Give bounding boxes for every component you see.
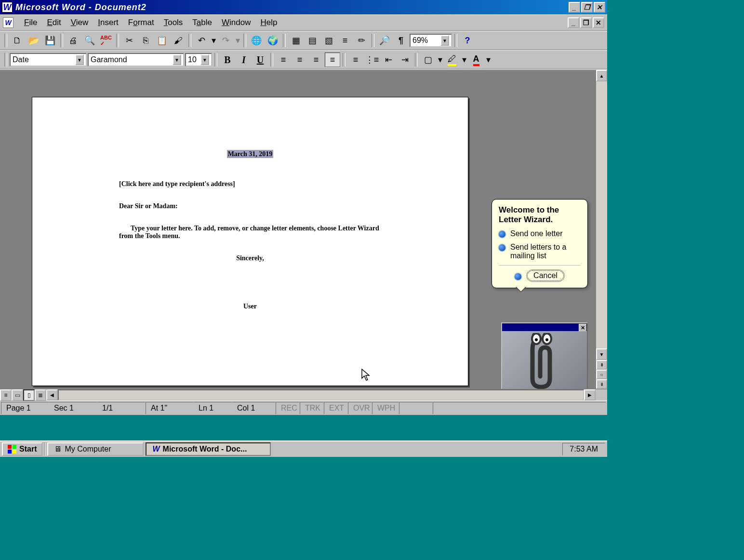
help-button[interactable]: ? [460,33,475,48]
status-rec[interactable]: REC [276,402,300,414]
document-icon[interactable]: W [3,17,13,28]
letter-body[interactable]: Type your letter here. To add, remove, o… [119,225,381,240]
menu-window[interactable]: Window [217,16,255,29]
status-ovr[interactable]: OVR [348,402,372,414]
scroll-down-button[interactable]: ▼ [596,348,607,360]
spellcheck-button[interactable]: ABC✓ [98,33,114,48]
outline-view-button[interactable]: ≣ [35,389,46,401]
paste-button[interactable]: 📋 [154,33,170,48]
drawing-button[interactable]: ✏ [354,33,369,48]
web-toolbar-button[interactable]: 🌍 [265,33,280,48]
cancel-button[interactable]: Cancel [526,269,565,282]
menu-format[interactable]: Format [123,16,159,29]
browse-object-button[interactable]: ○ [596,370,607,379]
redo-dropdown[interactable]: ▾ [234,33,241,48]
online-layout-view-button[interactable]: ▭ [12,389,23,401]
start-button[interactable]: Start [2,442,42,456]
tables-borders-button[interactable]: ▦ [288,33,304,48]
bulleted-list-button[interactable]: ⋮≡ [364,53,380,67]
align-left-button[interactable]: ≡ [276,53,291,67]
menu-help[interactable]: Help [255,16,282,29]
scroll-track[interactable] [596,81,607,348]
task-my-computer[interactable]: 🖥 My Computer [47,442,144,456]
style-combo[interactable]: Date ▼ [10,53,87,67]
doc-close-button[interactable]: ✕ [593,17,604,28]
page[interactable]: March 31, 2019 [Click here and type reci… [32,97,468,386]
align-right-button[interactable]: ≡ [308,53,324,67]
columns-button[interactable]: ≡ [337,33,353,48]
assistant-titlebar[interactable] [502,323,587,331]
scroll-left-button[interactable]: ◀ [46,389,58,400]
menu-view[interactable]: View [66,16,93,29]
highlight-button[interactable]: 🖊 [444,53,460,67]
italic-button[interactable]: I [236,53,252,67]
task-word[interactable]: W Microsoft Word - Doc... [146,442,271,456]
chevron-down-icon[interactable]: ▼ [200,54,209,65]
cut-button[interactable]: ✂ [121,33,137,48]
bold-button[interactable]: B [220,53,235,67]
closing[interactable]: Sincerely, [119,254,381,262]
menu-table[interactable]: Table [187,16,217,29]
normal-view-button[interactable]: ≡ [0,389,12,401]
chevron-down-icon[interactable]: ▼ [75,54,84,65]
save-button[interactable]: 💾 [42,33,58,48]
page-layout-view-button[interactable]: ▯ [23,389,35,401]
chevron-down-icon[interactable]: ▼ [440,35,449,46]
office-assistant[interactable]: ✕ [501,322,588,389]
font-size-combo[interactable]: 10 ▼ [185,53,212,67]
highlight-dropdown[interactable]: ▾ [461,53,467,67]
decrease-indent-button[interactable]: ⇤ [381,53,396,67]
chevron-down-icon[interactable]: ▼ [173,54,181,65]
new-doc-button[interactable]: 🗋 [10,33,25,48]
vertical-scrollbar[interactable]: ▲ ▼ ⇞ ○ ⇟ [596,70,607,389]
print-preview-button[interactable]: 🔍 [82,33,97,48]
zoom-combo[interactable]: 69% ▼ [410,34,452,47]
insert-table-button[interactable]: ▤ [305,33,320,48]
prev-page-button[interactable]: ⇞ [596,360,607,370]
copy-button[interactable]: ⎘ [138,33,153,48]
minimize-button[interactable]: _ [569,2,580,13]
scroll-up-button[interactable]: ▲ [596,70,607,81]
font-combo[interactable]: Garamond ▼ [88,53,184,67]
status-ext[interactable]: EXT [324,402,348,414]
system-clock[interactable]: 7:53 AM [562,443,605,455]
menu-file[interactable]: File [19,16,42,29]
scroll-right-button[interactable]: ▶ [584,389,596,400]
option-send-one-letter[interactable]: Send one letter [499,229,581,238]
maximize-button[interactable]: ❐ [581,2,593,13]
h-scroll-track[interactable] [58,389,584,400]
hyperlink-button[interactable]: 🌐 [249,33,264,48]
redo-button[interactable]: ↷ [218,33,233,48]
date-field[interactable]: March 31, 2019 [119,150,381,158]
increase-indent-button[interactable]: ⇥ [397,53,412,67]
font-color-button[interactable]: A [468,53,484,67]
option-send-mailing-list[interactable]: Send letters to a mailing list [499,243,581,260]
status-wph[interactable]: WPH [372,402,399,414]
next-page-button[interactable]: ⇟ [596,379,607,389]
undo-dropdown[interactable]: ▾ [210,33,217,48]
align-center-button[interactable]: ≡ [292,53,307,67]
format-painter-button[interactable]: 🖌 [171,33,186,48]
borders-dropdown[interactable]: ▾ [437,53,443,67]
signature[interactable]: User [119,303,381,310]
open-button[interactable]: 📂 [26,33,41,48]
excel-button[interactable]: ▧ [321,33,336,48]
show-paragraph-button[interactable]: ¶ [393,33,409,48]
status-trk[interactable]: TRK [300,402,324,414]
numbered-list-button[interactable]: ≡ [348,53,363,67]
menu-insert[interactable]: Insert [93,16,123,29]
justify-button[interactable]: ≡ [325,53,340,67]
assistant-close-button[interactable]: ✕ [579,324,586,332]
print-button[interactable]: 🖨 [66,33,81,48]
underline-button[interactable]: U [252,53,268,67]
menu-tools[interactable]: Tools [159,16,188,29]
doc-restore-button[interactable]: ❐ [580,17,592,28]
doc-minimize-button[interactable]: _ [568,17,579,28]
recipient-address-placeholder[interactable]: [Click here and type recipient's address… [119,180,381,188]
borders-button[interactable]: ▢ [420,53,436,67]
undo-button[interactable]: ↶ [194,33,209,48]
font-color-dropdown[interactable]: ▾ [485,53,492,67]
menu-edit[interactable]: Edit [42,16,66,29]
doc-map-button[interactable]: 🔎 [377,33,392,48]
salutation[interactable]: Dear Sir or Madam: [119,202,381,210]
